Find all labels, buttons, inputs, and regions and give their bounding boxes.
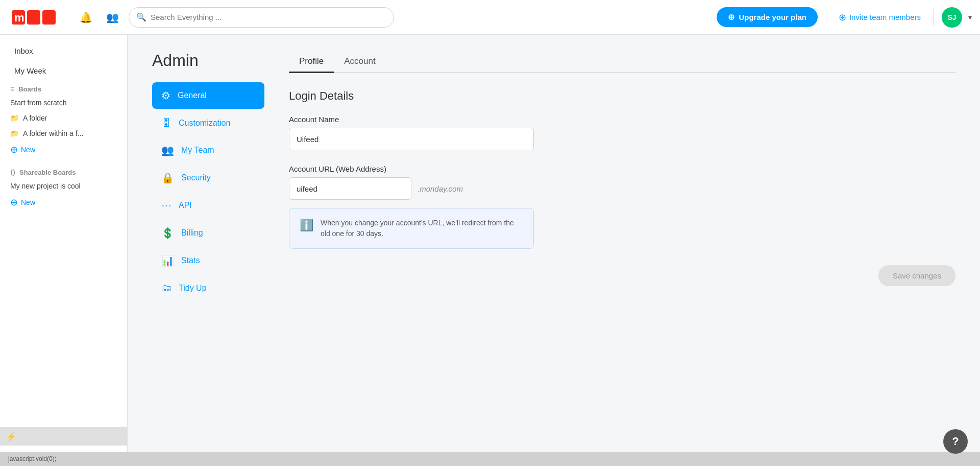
tab-profile[interactable]: Profile: [289, 51, 334, 73]
account-url-input[interactable]: [289, 177, 411, 200]
admin-nav-label-billing: Billing: [181, 228, 203, 238]
header: m 🔔 👥 🔍 ⊕ Upgrade your plan ⊕ Invite tea…: [0, 0, 980, 35]
admin-nav-label-my-team: My Team: [181, 146, 214, 155]
admin-nav-item-customization[interactable]: 🎛Customization: [152, 110, 264, 136]
admin-nav-label-api: API: [179, 201, 192, 210]
sidebar-item-inbox[interactable]: Inbox: [4, 41, 123, 60]
admin-title: Admin: [152, 51, 264, 70]
section-title: Login Details: [289, 89, 955, 103]
shareable-boards-text: Shareable Boards: [19, 169, 76, 176]
admin-nav-item-api[interactable]: ⋯API: [152, 192, 264, 219]
invite-icon: ⊕: [839, 12, 846, 23]
admin-layout: Admin ⚙General🎛Customization👥My Team🔒Sec…: [152, 51, 955, 302]
content-area: Admin ⚙General🎛Customization👥My Team🔒Sec…: [128, 35, 980, 452]
search-input[interactable]: [151, 13, 386, 21]
boards-section-label: ≡ Boards: [0, 81, 127, 95]
folder2-icon: 📁: [10, 129, 19, 137]
url-row: .monday.com: [289, 177, 955, 200]
sidebar-item-folder2[interactable]: 📁 A folder within a f...: [0, 126, 127, 141]
avatar[interactable]: SJ: [942, 7, 962, 28]
folder2-label: A folder within a f...: [23, 129, 83, 137]
status-text: javascript:void(0);: [8, 455, 56, 462]
admin-nav-item-tidy-up[interactable]: 🗂Tidy Up: [152, 275, 264, 301]
admin-nav-item-stats[interactable]: 📊Stats: [152, 247, 264, 274]
account-url-label: Account URL (Web Address): [289, 165, 955, 173]
admin-main: ProfileAccount Login Details Account Nam…: [289, 51, 955, 302]
new-shareable-label: New: [21, 198, 35, 206]
upgrade-icon: ⊕: [728, 12, 734, 22]
url-info-box: ℹ️ When you change your account's URL, w…: [289, 208, 534, 249]
shareable-boards-section: ⟨⟩ Shareable Boards My new project is co…: [0, 165, 127, 211]
admin-nav-label-tidy-up: Tidy Up: [179, 284, 207, 293]
admin-tabs: ProfileAccount: [289, 51, 955, 73]
sidebar-item-shareable-project[interactable]: My new project is cool: [0, 178, 127, 194]
admin-nav-icon-stats: 📊: [161, 254, 174, 267]
sidebar: Inbox My Week ≡ Boards Start from scratc…: [0, 35, 128, 452]
admin-nav-item-my-team[interactable]: 👥My Team: [152, 137, 264, 164]
notifications-bell[interactable]: 🔔: [76, 7, 96, 28]
admin-nav-icon-api: ⋯: [161, 199, 172, 212]
info-icon: ℹ️: [300, 219, 313, 232]
shareable-project-label: My new project is cool: [10, 182, 81, 190]
admin-nav-item-billing[interactable]: 💲Billing: [152, 220, 264, 246]
boards-icon: ≡: [10, 85, 14, 93]
url-suffix: .monday.com: [418, 184, 463, 193]
save-changes-button[interactable]: Save changes: [878, 265, 955, 286]
folder1-icon: 📁: [10, 114, 19, 122]
sidebar-item-my-week[interactable]: My Week: [4, 61, 123, 80]
folder1-label: A folder: [23, 114, 47, 122]
upgrade-label: Upgrade your plan: [739, 13, 806, 21]
new-shareable-button[interactable]: ⊕ New: [0, 194, 127, 211]
lightning-icon: ⚡: [6, 432, 16, 441]
admin-nav-label-customization: Customization: [179, 119, 230, 128]
sidebar-my-week-label: My Week: [14, 66, 46, 75]
shareable-boards-label: ⟨⟩ Shareable Boards: [0, 165, 127, 178]
svg-text:m: m: [14, 11, 24, 24]
sidebar-item-start-scratch[interactable]: Start from scratch: [0, 95, 127, 110]
url-info-text: When you change your account's URL, we'l…: [321, 218, 523, 239]
admin-nav-icon-tidy-up: 🗂: [161, 282, 172, 294]
admin-nav-icon-billing: 💲: [161, 227, 174, 239]
sidebar-bottom-bar: ⚡: [0, 427, 127, 446]
sidebar-inbox-label: Inbox: [14, 46, 33, 55]
new-board-label: New: [21, 146, 35, 154]
account-name-label: Account Name: [289, 115, 955, 124]
admin-nav-icon-my-team: 👥: [161, 144, 174, 156]
admin-nav-icon-customization: 🎛: [161, 117, 172, 129]
svg-rect-1: [27, 10, 40, 25]
upgrade-button[interactable]: ⊕ Upgrade your plan: [717, 7, 818, 27]
invite-label: Invite team members: [849, 13, 921, 21]
tab-account[interactable]: Account: [334, 51, 385, 73]
team-icon[interactable]: 👥: [102, 7, 122, 28]
boards-label: Boards: [18, 85, 41, 93]
admin-sidebar: Admin ⚙General🎛Customization👥My Team🔒Sec…: [152, 51, 264, 302]
new-plus-icon: ⊕: [10, 144, 18, 155]
admin-nav-icon-security: 🔒: [161, 172, 174, 184]
status-bar: javascript:void(0);: [0, 452, 980, 466]
new-shareable-plus-icon: ⊕: [10, 197, 18, 208]
avatar-caret-icon[interactable]: ▾: [968, 13, 972, 21]
avatar-initials: SJ: [947, 13, 956, 21]
header-divider2: [933, 9, 934, 26]
admin-nav-label-security: Security: [181, 173, 211, 182]
admin-nav-label-stats: Stats: [181, 256, 200, 265]
app-logo[interactable]: m: [8, 5, 69, 30]
start-scratch-label: Start from scratch: [10, 99, 66, 107]
header-divider: [826, 9, 826, 26]
search-icon: 🔍: [136, 12, 146, 22]
admin-nav-item-security[interactable]: 🔒Security: [152, 165, 264, 191]
help-button[interactable]: ?: [943, 429, 968, 454]
invite-button[interactable]: ⊕ Invite team members: [835, 12, 925, 23]
sidebar-item-folder1[interactable]: 📁 A folder: [0, 110, 127, 126]
admin-nav: ⚙General🎛Customization👥My Team🔒Security⋯…: [152, 82, 264, 301]
search-bar[interactable]: 🔍: [129, 7, 394, 28]
account-name-input[interactable]: [289, 128, 534, 150]
shareable-icon: ⟨⟩: [10, 169, 15, 176]
admin-nav-label-general: General: [178, 91, 207, 100]
admin-nav-icon-general: ⚙: [161, 89, 170, 102]
new-board-button[interactable]: ⊕ New: [0, 141, 127, 158]
help-label: ?: [952, 435, 959, 448]
svg-rect-2: [42, 10, 56, 25]
account-url-group: Account URL (Web Address) .monday.com ℹ️…: [289, 165, 955, 249]
admin-nav-item-general[interactable]: ⚙General: [152, 82, 264, 109]
